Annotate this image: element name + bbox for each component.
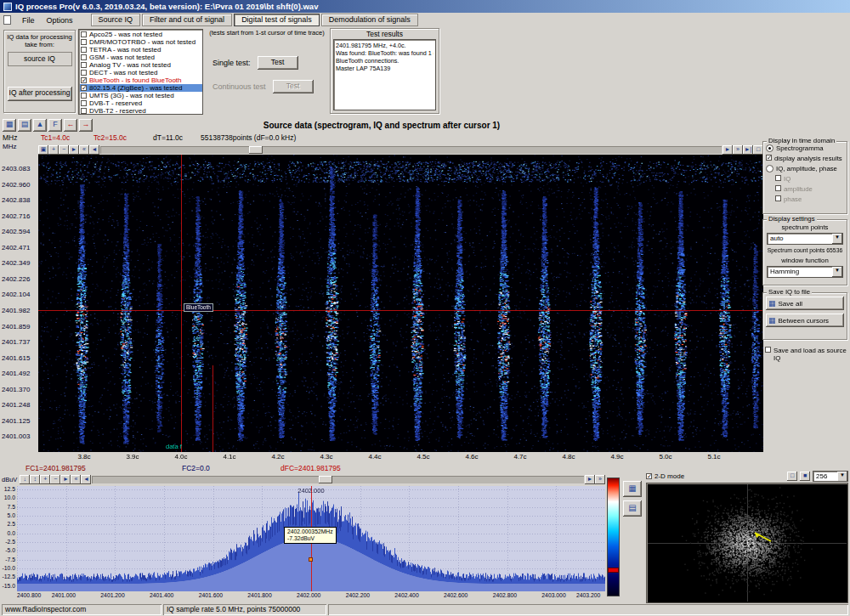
colorbar-threshold-marker[interactable]	[608, 568, 619, 573]
intensity-colorbar[interactable]	[607, 478, 620, 596]
time-cursor1-line[interactable]	[181, 155, 182, 452]
save-load-source-checkbox[interactable]: Save and load as source IQ	[765, 347, 847, 362]
table-view-icon[interactable]: ▦	[3, 119, 16, 132]
chevron-down-icon[interactable]	[832, 234, 842, 244]
to-end-icon[interactable]: ►|	[743, 145, 753, 155]
mode-outline-icon[interactable]: □	[787, 472, 797, 481]
arrow-updown-icon[interactable]: ↕	[30, 475, 40, 484]
protocol-item[interactable]: DVB-T2 - reserved	[80, 107, 202, 115]
iq-after-processing-button[interactable]: IQ after processing	[8, 87, 72, 101]
play-icon[interactable]: ►	[69, 145, 79, 155]
protocol-list[interactable]: Apco25 - was not testedDMR/MOTOTRBO - wa…	[78, 29, 203, 115]
checkbox-icon[interactable]	[81, 70, 87, 76]
spectrum-points-select[interactable]: auto	[767, 233, 843, 245]
protocol-item[interactable]: BlueTooth - is found BlueTooth	[80, 76, 202, 84]
tab-digital-test-of-signals[interactable]: Digital test of signals	[234, 14, 320, 26]
protocol-item[interactable]: Analog TV - was not tested	[80, 61, 202, 69]
test-panel: (tests start from 1-st cursor of time tr…	[207, 29, 326, 114]
zoom-out-icon[interactable]: −	[59, 145, 69, 155]
time-tick-label: 4.1c	[223, 453, 235, 461]
freq-cursor-line[interactable]	[38, 310, 763, 311]
freq-tick-label: 2401.248	[2, 401, 30, 409]
protocol-label: Analog TV - was not tested	[89, 61, 171, 69]
checkbox-icon[interactable]	[646, 473, 652, 479]
checkbox-icon[interactable]	[81, 62, 87, 68]
grid-view-icon[interactable]: ▤	[18, 119, 31, 132]
checkbox-icon[interactable]	[81, 54, 87, 60]
menu-options[interactable]: Options	[41, 14, 79, 26]
test-results-caption: Test results	[331, 30, 439, 38]
checkbox-icon[interactable]	[81, 77, 87, 83]
freq-tick-label: 2401.370	[2, 386, 30, 393]
chevron-down-icon[interactable]	[837, 472, 847, 482]
protocol-item[interactable]: GSM - was not tested	[80, 54, 202, 61]
spectrogramma-radio[interactable]: Spectrogramma	[766, 144, 845, 152]
play-icon[interactable]: ►	[60, 475, 71, 484]
protocol-item[interactable]: UMTS (3G) - was not tested	[80, 92, 202, 99]
found-signal-marker: BlueTooth	[184, 303, 213, 312]
spectrum-scroll-thumb[interactable]	[319, 476, 332, 483]
checkbox-icon[interactable]	[81, 85, 87, 91]
spectrogram-canvas[interactable]	[38, 155, 763, 452]
arrow-down-icon[interactable]: ↓	[20, 475, 30, 484]
fast-right-icon[interactable]: »	[733, 145, 743, 155]
between-cursors-button[interactable]: ▦ Between cursors	[766, 314, 844, 327]
window-function-select[interactable]: Hamming	[767, 266, 843, 278]
chevron-down-icon[interactable]	[832, 267, 842, 277]
constellation-display[interactable]	[646, 483, 848, 603]
points-count-select[interactable]: 256	[813, 471, 848, 482]
tab-filter-and-cut-of-signal[interactable]: Filter and cut of signal	[142, 14, 232, 26]
fast-right-icon[interactable]: »	[595, 475, 605, 484]
fast-left-icon[interactable]: «	[79, 145, 89, 155]
amplitude-view-icon[interactable]: ▲	[33, 119, 47, 132]
scrollbar-track[interactable]	[100, 146, 722, 154]
step-right-icon[interactable]: ►	[722, 145, 733, 155]
jump-left-icon[interactable]: ←	[64, 119, 77, 132]
step-left-icon[interactable]: ◄	[81, 475, 91, 484]
checkbox-icon[interactable]	[81, 47, 87, 53]
zoom-in-icon[interactable]: +	[48, 145, 59, 155]
mode-filled-icon[interactable]: ■	[800, 472, 810, 481]
fit-icon[interactable]: ▣	[38, 145, 48, 155]
step-left-icon[interactable]: ◄	[89, 145, 99, 155]
spectrogram-scrollbar: ▣ + − ► « ◄ ► » ►| □	[38, 144, 763, 155]
time-cursor2-line[interactable]	[212, 365, 213, 452]
spectrum-plot[interactable]: 2402.000 2402.000352MHz -7.32dBuV	[17, 486, 605, 591]
zoom-in-icon[interactable]: +	[40, 475, 50, 484]
checkbox-icon[interactable]	[81, 93, 87, 99]
spectrum-scroll-track[interactable]	[92, 476, 584, 483]
source-iq-button[interactable]: source IQ	[8, 52, 72, 66]
freq-tick-label: 2402.400	[394, 592, 418, 598]
menu-file[interactable]: File	[16, 14, 41, 26]
freq-tick-label: 2403.083	[2, 165, 30, 172]
fourier-view-icon[interactable]: F	[48, 119, 62, 132]
titlebar[interactable]: IQ process Pro(v 6.0.3, 2019.03.24, beta…	[0, 0, 850, 13]
spectrogram-plot[interactable]: BlueTooth data f	[38, 155, 763, 452]
checkbox-icon[interactable]	[81, 39, 87, 45]
protocol-item[interactable]: 802.15.4 (ZigBee) - was tested	[80, 84, 202, 92]
palette-icon[interactable]: ▦	[623, 481, 642, 497]
single-test-button[interactable]: Test	[258, 56, 298, 70]
protocol-item[interactable]: Apco25 - was not tested	[80, 31, 202, 38]
checkbox-icon[interactable]	[81, 108, 87, 114]
constellation-canvas[interactable]	[648, 484, 847, 602]
zoom-out-icon[interactable]: −	[50, 475, 60, 484]
amplitude-label: amplitude	[784, 185, 813, 193]
protocol-item[interactable]: DECT - was not tested	[80, 69, 202, 76]
iq-amplitude-phase-radio[interactable]: IQ, amplitude, phase	[766, 165, 845, 172]
step-right-icon[interactable]: ►	[585, 475, 595, 484]
display-analysis-checkbox[interactable]: display analysis results	[766, 155, 845, 162]
freq-tick-label: 2401.400	[150, 592, 173, 598]
jump-right-icon[interactable]: →	[79, 119, 93, 132]
checkbox-icon[interactable]	[81, 100, 87, 106]
fast-left-icon[interactable]: «	[71, 475, 81, 484]
protocol-item[interactable]: TETRA - was not tested	[80, 46, 202, 54]
checkbox-icon[interactable]	[81, 31, 87, 37]
protocol-item[interactable]: DVB-T - reserved	[80, 99, 202, 107]
save-all-button[interactable]: ▦ Save all	[766, 297, 844, 310]
protocol-item[interactable]: DMR/MOTOTRBO - was not tested	[80, 38, 202, 46]
scrollbar-thumb[interactable]	[249, 146, 263, 154]
copy-view-icon[interactable]: ▤	[623, 500, 642, 517]
tab-demodulation-of-signals[interactable]: Demodulation of signals	[321, 14, 418, 26]
tab-source-iq[interactable]: Source IQ	[91, 14, 141, 26]
